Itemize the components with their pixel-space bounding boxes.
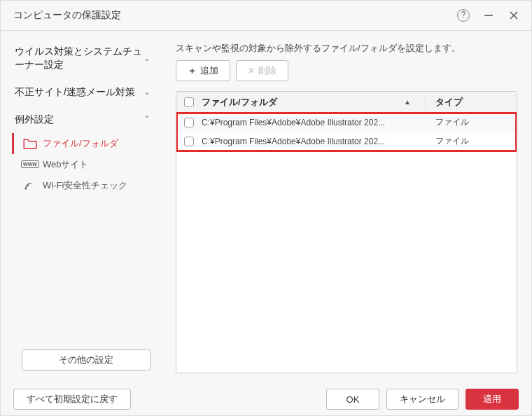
reset-defaults-button[interactable]: すべて初期設定に戻す xyxy=(13,389,131,410)
select-all-cell xyxy=(176,97,202,107)
close-button[interactable] xyxy=(506,8,522,23)
nav-label: 不正サイト/迷惑メール対策 xyxy=(15,85,144,99)
delete-button-label: 削除 xyxy=(258,64,276,77)
footer: すべて初期設定に戻す OK キャンセル 適用 xyxy=(1,383,531,415)
cell-path: C:¥Program Files¥Adobe¥Adobe Illustrator… xyxy=(202,118,426,127)
row-checkbox[interactable] xyxy=(184,137,194,146)
nav-item-exceptions[interactable]: 例外設定 ⌃ xyxy=(1,106,163,133)
cell-path: C:¥Program Files¥Adobe¥Adobe Illustrator… xyxy=(202,137,426,146)
add-button[interactable]: ＋ 追加 xyxy=(176,60,230,81)
sidebar-item-website[interactable]: WWW Webサイト xyxy=(1,154,163,175)
window-body: ウイルス対策とシステムチューナー設定 ⌄ 不正サイト/迷惑メール対策 ⌄ 例外設… xyxy=(1,31,531,383)
plus-icon: ＋ xyxy=(188,64,197,77)
other-settings-button[interactable]: その他の設定 xyxy=(22,349,150,370)
sidebar-item-label: Webサイト xyxy=(43,158,89,171)
column-type-label: タイプ xyxy=(435,97,463,107)
ok-button[interactable]: OK xyxy=(326,389,379,410)
minimize-icon xyxy=(484,11,493,20)
help-icon: ? xyxy=(457,9,470,22)
column-type[interactable]: タイプ xyxy=(426,96,517,109)
chevron-down-icon: ⌄ xyxy=(144,53,150,63)
cell-type: ファイル xyxy=(426,116,517,128)
table-row[interactable]: C:¥Program Files¥Adobe¥Adobe Illustrator… xyxy=(176,113,517,132)
chevron-up-icon: ⌃ xyxy=(144,114,150,124)
x-icon: ✕ xyxy=(248,66,255,76)
sidebar-item-label: Wi-Fi安全性チェック xyxy=(43,179,127,192)
close-icon xyxy=(509,11,519,20)
table-header: ファイル/フォルダ ▲ タイプ xyxy=(176,92,517,113)
exclusion-table: ファイル/フォルダ ▲ タイプ C:¥Program Files¥Adobe¥A… xyxy=(176,91,517,373)
apply-button[interactable]: 適用 xyxy=(465,389,519,410)
sidebar-item-wifi[interactable]: Wi-Fi安全性チェック xyxy=(1,175,163,196)
folder-icon xyxy=(20,138,40,149)
main-panel: スキャンや監視の対象から除外するファイル/フォルダを設定します。 ＋ 追加 ✕ … xyxy=(163,31,531,383)
nav-item-fraudulent[interactable]: 不正サイト/迷惑メール対策 ⌄ xyxy=(1,78,163,106)
nav-label: 例外設定 xyxy=(15,113,144,126)
column-path[interactable]: ファイル/フォルダ ▲ xyxy=(202,96,426,109)
column-path-label: ファイル/フォルダ xyxy=(202,96,277,109)
settings-window: コンピュータの保護設定 ? ウイルス対策とシステムチューナー設定 ⌄ 不正サイト… xyxy=(0,0,532,416)
row-checkbox[interactable] xyxy=(184,118,194,127)
table-row[interactable]: C:¥Program Files¥Adobe¥Adobe Illustrator… xyxy=(176,132,517,151)
www-icon: WWW xyxy=(20,160,40,168)
svg-point-3 xyxy=(25,188,27,190)
checkbox-select-all[interactable] xyxy=(184,97,194,107)
nav-item-virus[interactable]: ウイルス対策とシステムチューナー設定 ⌄ xyxy=(1,38,163,78)
titlebar: コンピュータの保護設定 ? xyxy=(1,1,531,31)
sidebar-item-file-folder[interactable]: ファイル/フォルダ xyxy=(1,133,163,154)
sidebar-item-label: ファイル/フォルダ xyxy=(43,137,118,150)
sort-ascending-icon: ▲ xyxy=(404,98,411,106)
nav-label: ウイルス対策とシステムチューナー設定 xyxy=(15,45,144,71)
cancel-button[interactable]: キャンセル xyxy=(386,389,458,410)
chevron-down-icon: ⌄ xyxy=(144,87,150,97)
add-button-label: 追加 xyxy=(200,64,218,77)
description-text: スキャンや監視の対象から除外するファイル/フォルダを設定します。 xyxy=(176,42,517,55)
wifi-icon xyxy=(20,181,40,190)
sidebar: ウイルス対策とシステムチューナー設定 ⌄ 不正サイト/迷惑メール対策 ⌄ 例外設… xyxy=(1,31,163,383)
minimize-button[interactable] xyxy=(481,8,496,23)
delete-button[interactable]: ✕ 削除 xyxy=(236,60,288,81)
window-title: コンピュータの保護設定 xyxy=(13,9,446,22)
help-button[interactable]: ? xyxy=(456,8,471,23)
cell-type: ファイル xyxy=(426,135,517,147)
toolbar: ＋ 追加 ✕ 削除 xyxy=(176,60,517,81)
